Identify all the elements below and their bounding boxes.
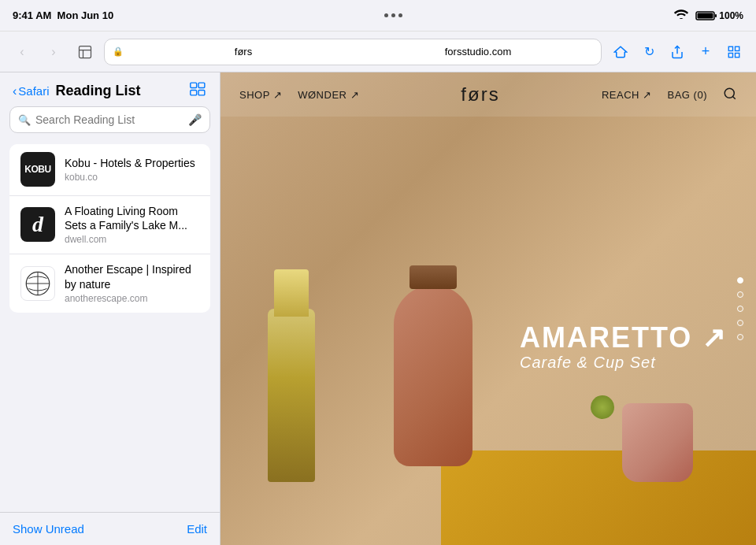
reading-item-dwell[interactable]: d A Floating Living Room Sets a Family's… (9, 195, 210, 253)
search-icon: 🔍 (18, 114, 31, 126)
url-display: forsstudio.com (363, 46, 593, 57)
page-dot-5[interactable] (737, 334, 743, 340)
sidebar: ‹ Safari Reading List 🔍 🎤 (0, 72, 220, 545)
url-text: førs (128, 46, 358, 57)
svg-rect-10 (198, 83, 205, 87)
item-content-dwell: A Floating Living Room Sets a Family's L… (65, 204, 199, 245)
nav-shop[interactable]: SHOP ↗ (239, 89, 282, 101)
sidebar-header: ‹ Safari Reading List (0, 72, 220, 106)
favicon-escape (20, 266, 55, 301)
show-unread-button[interactable]: Show Unread (13, 522, 84, 536)
item-url-escape: anotherescape.com (65, 293, 199, 304)
lock-icon: 🔒 (113, 46, 124, 57)
favicon-kobu: KOBU (20, 152, 55, 187)
reading-items-group: KOBU Kobu - Hotels & Properties kobu.co … (9, 144, 210, 313)
svg-rect-12 (198, 91, 205, 95)
web-nav-left: SHOP ↗ WØNDER ↗ (239, 89, 359, 101)
reload-button[interactable]: ↻ (636, 39, 662, 65)
svg-rect-11 (191, 91, 197, 95)
sidebar-title: Reading List (56, 83, 183, 99)
pagination-dots (737, 277, 743, 340)
page-dot-4[interactable] (737, 320, 743, 326)
bottle-shape (268, 309, 315, 482)
page-dot-1[interactable] (737, 277, 743, 284)
bottle-top (274, 269, 309, 317)
svg-rect-2 (715, 14, 717, 17)
toolbar-actions: ↻ + (608, 39, 747, 65)
web-nav: SHOP ↗ WØNDER ↗ førs REACH ↗ BAG (0) (220, 72, 756, 117)
svg-line-17 (732, 96, 735, 98)
nav-brand[interactable]: førs (359, 83, 602, 106)
forward-button[interactable]: › (41, 39, 66, 65)
nav-bag[interactable]: BAG (0) (668, 89, 707, 101)
carafe-cap (410, 265, 457, 289)
add-tab-button[interactable]: + (693, 39, 718, 65)
tabs-button[interactable] (721, 39, 747, 65)
item-title-kobu: Kobu - Hotels & Properties (65, 156, 199, 170)
hero-text: AMARETTO ↗ Carafe & Cup Set (520, 322, 727, 372)
nav-reach[interactable]: REACH ↗ (602, 89, 652, 101)
item-title-dwell: A Floating Living Room Sets a Family's L… (65, 204, 199, 232)
reading-item-escape[interactable]: Another Escape | Inspired by nature anot… (9, 254, 210, 311)
status-center-dots (384, 13, 402, 17)
svg-rect-5 (728, 46, 732, 50)
main-layout: ‹ › 🔒 førs forsstudio.com ↻ (0, 32, 756, 545)
item-title-escape: Another Escape | Inspired by nature (65, 262, 199, 291)
item-url-kobu: kobu.co (65, 172, 199, 183)
favicon-dwell: d (20, 207, 55, 242)
content-area: ‹ Safari Reading List 🔍 🎤 (0, 72, 756, 545)
hero-title: AMARETTO ↗ (520, 322, 727, 354)
reading-list: KOBU Kobu - Hotels & Properties kobu.co … (0, 141, 220, 512)
edit-button[interactable]: Edit (187, 522, 207, 536)
mic-icon[interactable]: 🎤 (188, 113, 202, 126)
carafe-shape (394, 285, 472, 466)
safari-back-button[interactable]: ‹ Safari (13, 84, 50, 98)
status-right: 100% (673, 9, 743, 21)
site-info-button[interactable] (72, 39, 98, 65)
cup-shape (622, 403, 693, 482)
nav-search-icon[interactable] (723, 87, 737, 103)
svg-point-16 (724, 88, 734, 98)
airdrop-button[interactable] (608, 39, 633, 65)
status-time: 9:41 AM Mon Jun 10 (13, 9, 113, 21)
back-button[interactable]: ‹ (9, 39, 35, 65)
svg-rect-6 (736, 46, 739, 50)
search-input[interactable] (35, 113, 183, 126)
olive-shape (591, 395, 614, 419)
page-dot-2[interactable] (737, 291, 743, 298)
reading-item-kobu[interactable]: KOBU Kobu - Hotels & Properties kobu.co (9, 144, 210, 195)
nav-wonder[interactable]: WØNDER ↗ (298, 89, 359, 101)
sidebar-footer: Show Unread Edit (0, 512, 220, 545)
web-content: SHOP ↗ WØNDER ↗ førs REACH ↗ BAG (0) (220, 72, 756, 545)
battery-icon: 100% (695, 10, 743, 21)
web-nav-right: REACH ↗ BAG (0) (602, 87, 737, 103)
share-button[interactable] (665, 39, 690, 65)
page-dot-3[interactable] (737, 306, 743, 312)
svg-rect-9 (191, 83, 197, 87)
item-content-escape: Another Escape | Inspired by nature anot… (65, 262, 199, 303)
reading-items-container: KOBU Kobu - Hotels & Properties kobu.co … (0, 144, 220, 313)
url-bar[interactable]: 🔒 førs forsstudio.com (104, 39, 602, 65)
hero-subtitle: Carafe & Cup Set (520, 354, 727, 372)
item-content-kobu: Kobu - Hotels & Properties kobu.co (65, 156, 199, 183)
wifi-icon (673, 9, 689, 21)
search-bar[interactable]: 🔍 🎤 (9, 106, 210, 133)
sidebar-grid-icon[interactable] (190, 82, 207, 100)
svg-rect-8 (736, 53, 739, 57)
item-url-dwell: dwell.com (65, 234, 199, 245)
svg-rect-7 (728, 53, 732, 57)
svg-rect-1 (698, 13, 713, 18)
cloth-shape (441, 450, 756, 545)
status-bar: 9:41 AM Mon Jun 10 100% (0, 0, 756, 32)
browser-toolbar: ‹ › 🔒 førs forsstudio.com ↻ (0, 32, 756, 72)
svg-rect-3 (80, 46, 91, 57)
